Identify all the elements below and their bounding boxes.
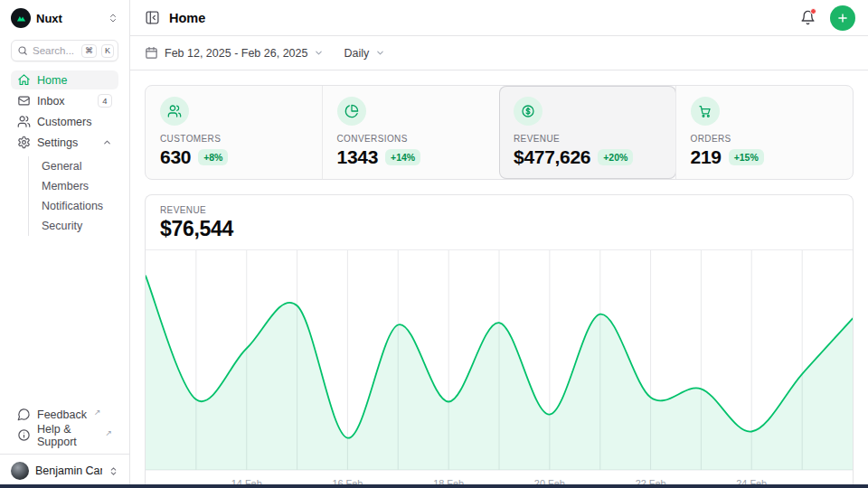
user-menu[interactable]: Benjamin Canac xyxy=(0,455,129,488)
sidebar-subitem-notifications[interactable]: Notifications xyxy=(29,196,118,216)
sidebar-item-inbox[interactable]: Inbox 4 xyxy=(11,91,118,110)
stat-card-conversions[interactable]: CONVERSIONS 1343 +14% xyxy=(323,86,500,179)
avatar xyxy=(11,462,29,480)
dashboard-content: CUSTOMERS 630 +8% CONVERSIONS 1343 +14% xyxy=(130,70,868,488)
stat-label: REVENUE xyxy=(514,134,662,144)
stat-delta-badge: +20% xyxy=(598,149,633,165)
sidebar-item-label: Customers xyxy=(37,116,91,128)
period-select[interactable]: Daily xyxy=(344,47,385,60)
stat-value: 630 xyxy=(160,146,191,168)
user-name: Benjamin Canac xyxy=(35,465,102,477)
message-bubble-icon xyxy=(17,408,31,421)
search-input[interactable]: Search... ⌘ K xyxy=(11,40,118,61)
stat-delta-badge: +8% xyxy=(198,149,228,165)
chart-plot-area[interactable]: 14 Feb16 Feb18 Feb20 Feb22 Feb24 Feb xyxy=(146,250,853,488)
kbd-k: K xyxy=(101,44,114,58)
sidebar-item-label: Help & Support xyxy=(37,423,98,448)
sidebar-nav: Home Inbox 4 Customers Settings xyxy=(0,70,129,238)
app-root: Nuxt Search... ⌘ K Home xyxy=(0,0,868,488)
chart-pie-icon xyxy=(337,97,366,126)
stat-label: CUSTOMERS xyxy=(160,134,308,144)
stat-card-revenue[interactable]: REVENUE $477,626 +20% xyxy=(499,86,676,179)
kbd-cmd: ⌘ xyxy=(81,44,97,58)
sidebar-item-customers[interactable]: Customers xyxy=(11,112,118,131)
search-icon xyxy=(17,45,28,56)
stat-card-orders[interactable]: ORDERS 219 +15% xyxy=(676,86,854,179)
chevron-down-icon xyxy=(375,48,385,58)
search-placeholder: Search... xyxy=(33,45,77,56)
main-panel: Home Feb 12, 2025 - Feb 26, 2025 xyxy=(130,0,868,488)
team-name: Nuxt xyxy=(36,12,102,25)
inbox-icon xyxy=(17,94,31,108)
sidebar-footer-nav: Feedback↗ Help & Support↗ xyxy=(0,405,129,448)
external-link-icon: ↗ xyxy=(94,408,101,417)
stat-value: 219 xyxy=(691,146,722,168)
calendar-icon xyxy=(145,46,158,60)
sidebar-item-home[interactable]: Home xyxy=(11,70,118,89)
chart-metric-value: $76,544 xyxy=(160,217,838,241)
sidebar-item-label: Home xyxy=(37,74,67,87)
sidebar-item-label: Feedback xyxy=(37,408,87,421)
info-circle-icon xyxy=(17,428,31,442)
circle-dollar-icon xyxy=(514,97,542,126)
chevron-up-icon xyxy=(102,137,112,147)
stats-row: CUSTOMERS 630 +8% CONVERSIONS 1343 +14% xyxy=(145,85,854,180)
stat-delta-badge: +15% xyxy=(729,149,764,165)
chevrons-up-down-icon xyxy=(108,13,118,23)
stat-card-customers[interactable]: CUSTOMERS 630 +8% xyxy=(146,86,323,179)
page-header: Home xyxy=(130,0,868,36)
sidebar-subitem-security[interactable]: Security xyxy=(29,216,118,236)
inbox-count-badge: 4 xyxy=(98,94,112,108)
sidebar-subitem-general[interactable]: General xyxy=(29,156,118,176)
date-range-picker[interactable]: Feb 12, 2025 - Feb 26, 2025 xyxy=(145,46,324,60)
shopping-cart-icon xyxy=(691,97,720,126)
subitem-label: Members xyxy=(42,180,89,192)
home-icon xyxy=(17,73,31,87)
period-value: Daily xyxy=(344,47,369,60)
filters-toolbar: Feb 12, 2025 - Feb 26, 2025 Daily xyxy=(130,36,868,70)
nuxt-logo-icon xyxy=(11,8,31,28)
sidebar: Nuxt Search... ⌘ K Home xyxy=(0,0,130,488)
external-link-icon: ↗ xyxy=(105,428,112,437)
sidebar-item-label: Inbox xyxy=(37,95,65,108)
users-icon xyxy=(160,97,189,126)
add-button[interactable] xyxy=(830,5,855,31)
team-selector[interactable]: Nuxt xyxy=(0,0,129,33)
panel-left-close-icon xyxy=(145,10,160,25)
topbar-actions xyxy=(800,5,855,31)
sidebar-item-settings[interactable]: Settings xyxy=(11,133,118,152)
stat-label: CONVERSIONS xyxy=(337,134,486,144)
sidebar-item-feedback[interactable]: Feedback↗ xyxy=(11,405,118,424)
revenue-chart-card: REVENUE $76,544 14 Feb16 Feb18 Feb20 Feb… xyxy=(145,194,854,488)
sidebar-item-help-support[interactable]: Help & Support↗ xyxy=(11,426,118,445)
revenue-area-chart[interactable]: 14 Feb16 Feb18 Feb20 Feb22 Feb24 Feb xyxy=(146,250,853,488)
subitem-label: Security xyxy=(42,220,82,232)
sidebar-collapse-button[interactable] xyxy=(145,10,160,25)
chevrons-up-down-icon xyxy=(108,466,118,476)
stat-label: ORDERS xyxy=(691,134,839,144)
bottom-edge-bar xyxy=(0,484,868,488)
stat-value: 1343 xyxy=(337,146,379,168)
notification-dot xyxy=(810,8,816,14)
page-title: Home xyxy=(169,11,205,25)
stat-delta-badge: +14% xyxy=(385,149,420,165)
subitem-label: Notifications xyxy=(42,200,103,212)
sidebar-subitem-members[interactable]: Members xyxy=(29,176,118,196)
chart-metric-label: REVENUE xyxy=(160,205,838,215)
subitem-label: General xyxy=(42,160,81,173)
notifications-button[interactable] xyxy=(800,10,816,25)
users-icon xyxy=(17,115,31,128)
stat-value: $477,626 xyxy=(514,146,590,168)
chart-header: REVENUE $76,544 xyxy=(146,195,853,250)
sidebar-item-label: Settings xyxy=(37,136,78,149)
chevron-down-icon xyxy=(314,48,324,58)
date-range-value: Feb 12, 2025 - Feb 26, 2025 xyxy=(165,47,307,60)
gear-icon xyxy=(17,136,31,149)
plus-icon xyxy=(836,12,849,24)
settings-subnav: General Members Notifications Security xyxy=(28,156,118,236)
